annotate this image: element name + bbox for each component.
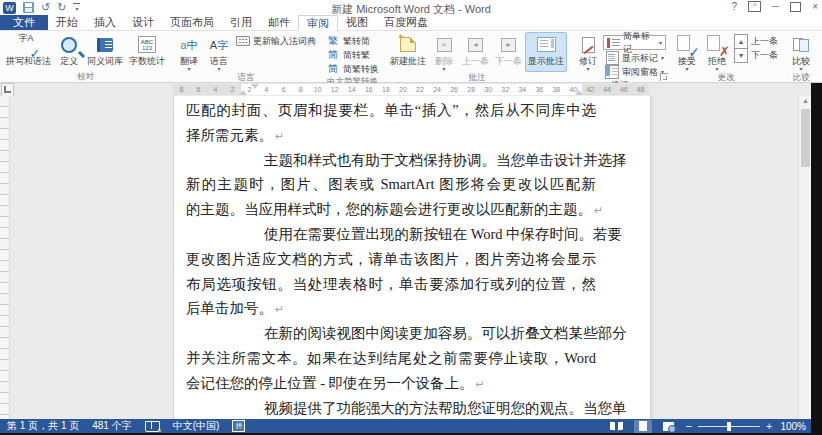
word-count-indicator[interactable]: 481 个字 [92,419,131,433]
help-icon[interactable]: ? [732,1,738,12]
ime-dictionary-icon [236,35,250,47]
doc-line: 后单击加号。↵ [186,296,598,321]
right-indent-marker[interactable] [575,90,583,95]
tab-baidu-netdisk[interactable]: 百度网盘 [376,15,436,30]
translate-button[interactable]: a中 翻译 ▾ [174,32,204,72]
compare-icon [789,34,813,55]
tab-mailings[interactable]: 邮件 [260,15,298,30]
document-page[interactable]: 匹配的封面、页眉和提要栏。单击“插入”，然后从不同库中选 择所需元素。↵ 主题和… [173,96,651,419]
read-mode-button[interactable] [608,420,626,433]
reviewing-pane-button[interactable]: 审阅窗格 ▾ [603,65,666,79]
language-indicator[interactable]: 中文(中国) [173,419,220,433]
vertical-scrollbar[interactable]: ▲ [798,96,812,419]
compare-button[interactable]: 比较 ▾ [786,32,816,72]
simplified-traditional-convert-button[interactable]: 简 简繁转换 [324,62,381,76]
paragraph-mark: ↵ [476,378,485,391]
accept-icon: ✓ [675,34,699,55]
show-markup-icon [605,52,619,64]
paragraph-mark: ↵ [594,204,603,217]
delete-comment-icon: × [432,34,456,55]
vertical-ruler[interactable] [0,96,10,419]
jian-to-fan-icon: 简 [326,49,340,61]
new-comment-icon: ✦ [396,34,420,55]
show-markup-button[interactable]: 显示标记 ▾ [603,51,666,65]
tab-stop-selector[interactable] [1,83,14,97]
restore-icon[interactable] [790,2,801,12]
language-icon: A字 [207,34,231,55]
minimize-icon[interactable]: ─ [772,1,779,12]
tracking-dialog-launcher-icon[interactable] [660,73,668,81]
web-layout-button[interactable] [660,420,678,433]
ruler-text-area: 24 68 1012 1416 1820 2224 2628 3032 3436… [241,84,582,95]
next-comment-icon: ▸ [497,34,521,55]
word-count-icon: ABC123 [135,34,159,55]
next-comment-button: ▸ 下一条 [492,32,525,72]
zoom-out-button[interactable]: − [686,421,692,432]
ribbon-review: 字A✓ 拼写和语法 定义 同义词库 ABC123 字数统计 [0,31,822,83]
group-tracking: 修订 ▾ 简单标记 ▾ 显示标记 ▾ [570,31,669,82]
tab-home[interactable]: 开始 [48,15,86,30]
scrollbar-thumb[interactable] [801,109,810,167]
ruler-left-margin: 86 42 [173,84,241,95]
tab-page-layout[interactable]: 页面布局 [162,15,222,30]
define-icon [57,34,81,55]
show-comments-button[interactable]: 显示批注 [525,32,567,72]
hanging-indent-marker[interactable] [239,90,247,95]
close-icon[interactable]: × [812,1,818,12]
tab-insert[interactable]: 插入 [86,15,124,30]
thesaurus-button[interactable]: 同义词库 [84,32,126,71]
previous-comment-icon: ◂ [464,34,488,55]
zoom-slider-thumb[interactable] [727,422,731,431]
doc-line: 更改图片适应文档的方式，请单击该图片，图片旁边将会显示 [186,247,598,272]
next-change-button[interactable]: ▾ 下一条 [732,48,780,62]
reject-button[interactable]: ✗ 拒绝 ▾ [702,32,732,72]
screen-edge-right [811,83,822,435]
traditional-to-simplified-button[interactable]: 繁 繁转简 [324,34,381,48]
document-area: 匹配的封面、页眉和提要栏。单击“插入”，然后从不同库中选 择所需元素。↵ 主题和… [0,96,822,419]
doc-line: 会记住您的停止位置 - 即使在另一个设备上。↵ [186,371,598,396]
tab-design[interactable]: 设计 [124,15,162,30]
update-ime-dictionary-button[interactable]: 更新输入法词典 [234,34,318,48]
reviewing-pane-icon [605,66,619,78]
language-button[interactable]: A字 语言 ▾ [204,32,234,72]
tab-references[interactable]: 引用 [222,15,260,30]
status-right: − + 100% [608,420,822,433]
ruler-band: 86 42 24 68 1012 1416 1820 2224 2628 303… [0,83,822,96]
delete-comment-button: × 删除 ▾ [429,32,459,72]
web-layout-icon [663,422,674,431]
spelling-grammar-button[interactable]: 字A✓ 拼写和语法 [3,32,54,71]
doc-line: 择所需元素。↵ [186,123,598,148]
accept-button[interactable]: ✓ 接受 ▾ [672,32,702,72]
word-application-window: W ↺ ↻ ▾ 新建 Microsoft Word 文档 - Word ? ^ … [0,0,822,435]
simplified-to-traditional-button[interactable]: 简 简转繁 [324,48,381,62]
tab-view[interactable]: 视图 [338,15,376,30]
ime-status-icon[interactable]: 拼 [232,420,245,432]
first-line-indent-marker[interactable] [251,84,259,89]
display-for-review-dropdown[interactable]: 简单标记 ▾ [603,35,666,50]
collapse-ribbon-icon[interactable]: ^ [804,71,808,80]
tab-file[interactable]: 文件 [0,15,48,30]
define-button[interactable]: 定义 [54,32,84,71]
horizontal-ruler[interactable]: 86 42 24 68 1012 1416 1820 2224 2628 303… [173,84,649,95]
ribbon-tabs: 文件 开始 插入 设计 页面布局 引用 邮件 审阅 视图 百度网盘 [0,15,822,31]
tab-review[interactable]: 审阅 [298,15,338,31]
ribbon-display-options-icon[interactable]: ^ [748,1,761,12]
doc-line: 在新的阅读视图中阅读更加容易。可以折叠文档某些部分 [186,321,598,346]
read-mode-icon [610,422,623,431]
zoom-in-button[interactable]: + [766,421,772,432]
print-layout-button[interactable] [634,420,652,433]
previous-change-button[interactable]: ▴ 上一条 [732,34,780,48]
page-number-indicator[interactable]: 第 1 页，共 1 页 [7,419,79,433]
word-count-button[interactable]: ABC123 字数统计 [126,32,168,71]
convert-icon: 简 [326,63,340,75]
paragraph-mark: ↵ [275,130,284,143]
zoom-level-indicator[interactable]: 100% [780,421,806,432]
group-proofing: 字A✓ 拼写和语法 定义 同义词库 ABC123 字数统计 [0,31,171,82]
zoom-slider[interactable] [698,422,760,431]
thesaurus-icon [93,34,117,55]
doc-line: 匹配的封面、页眉和提要栏。单击“插入”，然后从不同库中选 [186,98,598,123]
new-comment-button[interactable]: ✦ 新建批注 [387,32,429,72]
reject-icon: ✗ [705,34,729,55]
proofing-status-icon[interactable] [145,421,160,432]
track-changes-button[interactable]: 修订 ▾ [573,32,603,79]
